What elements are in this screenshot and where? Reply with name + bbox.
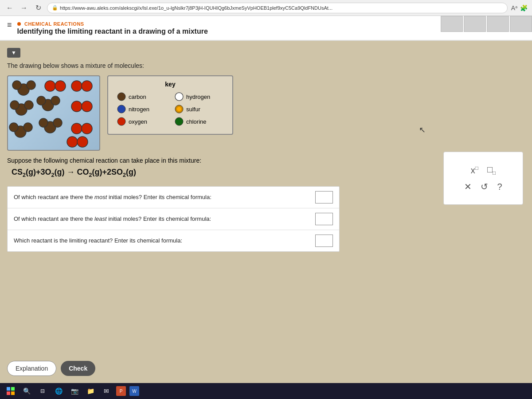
forward-button[interactable]: → [19,3,29,13]
search-taskbar[interactable]: 🔍 [20,385,33,397]
content-wrapper: ▼ The drawing below shows a mixture of m… [0,41,532,397]
svg-point-4 [55,81,66,91]
svg-point-8 [10,101,19,110]
svg-point-5 [71,81,82,91]
answer-field-3[interactable] [316,235,332,246]
undo-button[interactable]: ↺ [481,181,488,192]
svg-point-2 [27,81,35,90]
top-tabs [441,16,532,32]
sulfur-label: sulfur [186,106,200,113]
svg-point-3 [45,81,55,91]
svg-point-21 [71,123,82,134]
hydrogen-icon [175,92,184,101]
hamburger-menu[interactable]: ≡ [7,20,12,30]
browser-taskbar[interactable]: 🌐 [52,385,65,397]
superscript-tool[interactable]: x□ [471,165,478,176]
problem-intro: The drawing below shows a mixture of mol… [7,62,525,69]
folder-icon: 📁 [87,387,94,395]
mail-taskbar[interactable]: ✉ [100,385,113,397]
svg-point-17 [23,123,32,132]
check-button[interactable]: Check [61,361,95,376]
hydrogen-label: hydrogen [186,94,210,100]
browser-bar: ← → ↻ 🔒 https://www-awu.aleks.com/aleksc… [0,0,532,16]
svg-point-31 [175,117,183,125]
subject-label: CHEMICAL REACTIONS [17,20,208,27]
taskbar: 🔍 ⊟ 🌐 📷 📁 ✉ P W [0,383,532,399]
svg-point-25 [117,93,125,101]
key-nitrogen: nitrogen [117,105,166,113]
camera-taskbar[interactable]: 📷 [68,385,81,397]
answer-input-1[interactable] [315,191,333,203]
key-title: key [117,81,223,88]
browser-icon: 🌐 [55,387,63,395]
svg-point-1 [12,81,21,90]
answer-field-2[interactable] [316,214,332,224]
back-button[interactable]: ← [4,3,15,13]
answer-input-2[interactable] [315,213,333,225]
legend-box: key carbon hydrogen [107,75,233,135]
nitrogen-icon [117,105,126,113]
page-title: Identifying the limiting reactant in a d… [17,27,208,35]
sulfur-icon [175,105,184,113]
nitrogen-label: nitrogen [129,106,149,113]
key-sulfur: sulfur [175,105,223,113]
tab-1[interactable] [441,16,463,32]
url-bar[interactable]: 🔒 https://www-awu.aleks.com/alekscgi/x/l… [47,3,508,13]
extensions-icon[interactable]: 🧩 [520,4,528,12]
camera-icon: 📷 [71,387,78,395]
helper-panel: x□ □□ ✕ ↺ ? [443,152,523,205]
molecule-key-area: key carbon hydrogen [7,75,525,151]
chevron-down-icon: ▼ [11,50,16,56]
header-text: CHEMICAL REACTIONS Identifying the limit… [17,20,208,35]
windows-icon [7,387,15,395]
tab-4[interactable] [510,16,532,32]
question-text-3: Which reactant is the limiting reactant?… [14,237,310,244]
molecule-svg [8,76,100,151]
dropdown-button[interactable]: ▼ [7,48,20,58]
key-hydrogen: hydrogen [175,92,223,101]
mail-icon: ✉ [104,387,109,395]
clear-button[interactable]: ✕ [464,181,472,192]
helper-row-1: x□ □□ [471,164,496,176]
carbon-icon [117,92,126,101]
folder-taskbar[interactable]: 📁 [84,385,97,397]
tab-2[interactable] [464,16,486,32]
subject-dot [17,22,21,26]
powerpoint-taskbar[interactable]: P [116,386,126,396]
bottom-buttons: Explanation Check [0,356,102,381]
key-carbon: carbon [117,92,166,101]
help-button[interactable]: ? [497,182,502,192]
profile-icon[interactable]: Aᵃ [511,4,517,12]
explanation-button[interactable]: Explanation [7,361,56,376]
app-header: ≡ CHEMICAL REACTIONS Identifying the lim… [0,16,532,41]
key-row-2: nitrogen sulfur [117,105,223,113]
svg-rect-33 [11,387,15,391]
taskview-icon: ⊟ [40,388,45,394]
start-button[interactable] [4,385,17,397]
svg-rect-32 [7,387,10,391]
svg-point-26 [175,93,183,101]
main-content: ≡ CHEMICAL REACTIONS Identifying the lim… [0,16,532,399]
oxygen-label: oxygen [129,118,147,125]
question-row-3: Which reactant is the limiting reactant?… [8,230,339,251]
refresh-button[interactable]: ↻ [33,3,43,13]
chlorine-icon [175,117,184,126]
svg-point-29 [177,107,181,111]
subscript-tool[interactable]: □□ [487,164,496,176]
search-icon: 🔍 [23,387,31,395]
question-row-2: Of which reactant are there the least in… [8,208,339,230]
answer-field-1[interactable] [316,192,332,203]
key-row-1: carbon hydrogen [117,92,223,101]
svg-point-23 [67,137,78,147]
taskview-button[interactable]: ⊟ [36,385,49,397]
oxygen-icon [117,117,126,126]
carbon-label: carbon [129,94,146,100]
svg-point-16 [9,123,18,132]
svg-point-19 [39,118,48,127]
key-row-3: oxygen chlorine [117,117,223,126]
answer-input-3[interactable] [315,235,333,247]
svg-point-24 [77,137,88,147]
word-taskbar[interactable]: W [129,386,139,396]
question-row-1: Of which reactant are there the most ini… [8,187,339,208]
tab-3[interactable] [487,16,509,32]
